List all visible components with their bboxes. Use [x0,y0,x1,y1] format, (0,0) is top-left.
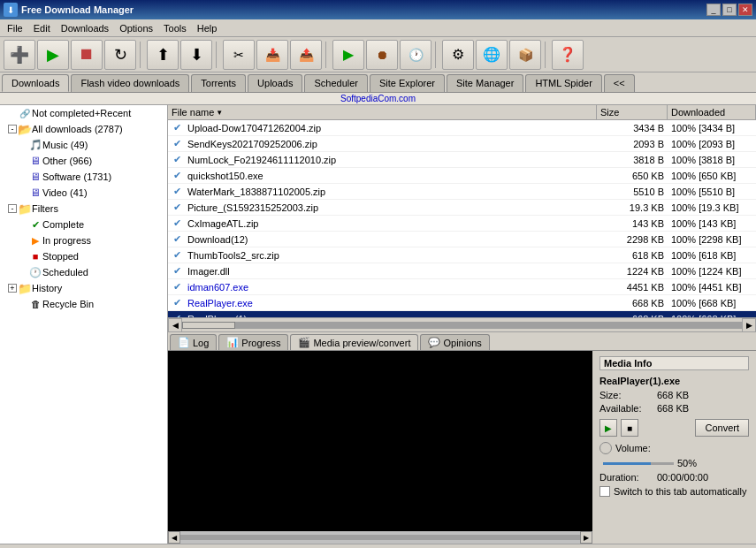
import-button[interactable]: 📥 [256,40,288,70]
menu-file[interactable]: File [2,21,28,35]
menu-options[interactable]: Options [114,21,158,35]
table-row[interactable]: ✔SendKeys2021709252006.zip2093 B100% [20… [168,136,756,152]
scroll-right-button[interactable]: ▶ [742,318,756,332]
package-button[interactable]: 📦 [509,40,541,70]
sidebar-item-stopped[interactable]: + ■ Stopped [0,248,167,264]
check-icon: ✔ [168,297,186,308]
tab-flash-video[interactable]: Flash video downloads [71,74,189,92]
menu-downloads[interactable]: Downloads [56,21,114,35]
tab-media-preview[interactable]: 🎬 Media preview/convert [290,334,418,350]
tab-more[interactable]: << [604,74,635,92]
export-button[interactable]: 📤 [290,40,322,70]
table-row[interactable]: ✔RealPlayer(1).exe668 KB100% [668 KB] [168,311,756,317]
menu-edit[interactable]: Edit [28,21,56,35]
table-row[interactable]: ✔WaterMark_1838871102005.zip5510 B100% [… [168,184,756,200]
schedule-button[interactable]: 🕐 [400,40,431,70]
menu-tools[interactable]: Tools [158,21,192,35]
opinions-tab-icon: 💬 [428,337,440,348]
expand-filters[interactable]: - [8,204,17,213]
sidebar-item-filters[interactable]: - 📁 Filters [0,201,167,217]
start-button[interactable]: ▶ [37,40,69,70]
record-button[interactable]: ⏺ [366,40,398,70]
sidebar-item-scheduled[interactable]: + 🕐 Scheduled [0,264,167,280]
menu-help[interactable]: Help [192,21,223,35]
tab-torrents[interactable]: Torrents [191,74,246,92]
table-row[interactable]: ✔RealPlayer.exe668 KB100% [668 KB] [168,295,756,311]
expand-all-downloads[interactable]: - [8,125,17,133]
refresh-button[interactable]: ↻ [104,40,136,70]
file-name: Upload-Dow170471262004.zip [186,123,597,133]
tab-uploads[interactable]: Uploads [248,74,302,92]
file-size: 668 KB [597,298,668,308]
table-row[interactable]: ✔Upload-Dow170471262004.zip3434 B100% [3… [168,120,756,136]
col-header-size[interactable]: Size [597,105,668,119]
sidebar-item-not-completed[interactable]: + 🔗 Not completed+Recent [0,105,167,121]
stop-button[interactable]: ⏹ [71,40,103,70]
move-down-button[interactable]: ⬇ [180,40,212,70]
toolbar-sep-1 [140,42,143,68]
scroll-track[interactable] [182,322,742,329]
media-size-row: Size: 668 KB [599,390,749,400]
monitor-icon-software: 🖥 [28,170,42,184]
sidebar-item-recycle-bin[interactable]: + 🗑 Recycle Bin [0,296,167,312]
media-controls: ▶ ■ Convert [599,419,749,437]
progress-tab-icon: 📊 [226,337,239,348]
play-button[interactable]: ▶ [332,40,364,70]
auto-switch-checkbox[interactable] [599,486,610,497]
minimize-button[interactable]: _ [706,4,721,16]
music-label: Music (49) [42,140,88,150]
tab-downloads[interactable]: Downloads [2,74,69,92]
volume-slider[interactable]: 50% [599,458,749,468]
table-row[interactable]: ✔Download(12)2298 KB100% [2298 KB] [168,232,756,247]
tab-site-explorer[interactable]: Site Explorer [370,74,445,92]
sidebar-item-in-progress[interactable]: + ▶ In progress [0,232,167,248]
maximize-button[interactable]: □ [722,4,737,16]
col-header-downloaded[interactable]: Downloaded [668,105,756,119]
table-row[interactable]: ✔Imager.dll1224 KB100% [1224 KB] [168,263,756,279]
media-play-button[interactable]: ▶ [599,419,617,437]
tab-site-manager[interactable]: Site Manager [447,74,523,92]
table-row[interactable]: ✔Picture_(S1592315252003.zip19.3 KB100% … [168,200,756,216]
convert-button[interactable]: Convert [695,419,749,437]
volume-track[interactable] [603,462,674,465]
add-button[interactable]: ➕ [4,40,35,70]
sidebar-item-history[interactable]: + 📁 History [0,280,167,296]
file-list-header: File name ▼ Size Downloaded [168,105,756,120]
toolbar-sep-4 [435,42,439,68]
help-button[interactable]: ❓ [552,40,584,70]
tab-progress[interactable]: 📊 Progress [218,334,288,350]
web-button[interactable]: 🌐 [476,40,508,70]
main-area: + 🔗 Not completed+Recent - 📂 All downloa… [0,105,756,544]
move-up-button[interactable]: ⬆ [147,40,179,70]
sidebar-item-video[interactable]: + 🖥 Video (41) [0,185,167,201]
scroll-thumb[interactable] [182,322,235,329]
video-track[interactable] [180,535,580,540]
tab-log[interactable]: 📄 Log [170,334,217,350]
paste-link-button[interactable]: ✂ [223,40,255,70]
table-row[interactable]: ✔ThumbTools2_src.zip618 KB100% [618 KB] [168,247,756,263]
video-scroll-left[interactable]: ◀ [168,531,180,544]
table-row[interactable]: ✔CxImageATL.zip143 KB100% [143 KB] [168,216,756,232]
settings-button[interactable]: ⚙ [442,40,474,70]
file-size: 5510 B [597,186,668,197]
scroll-left-button[interactable]: ◀ [168,318,182,332]
video-scroll-right[interactable]: ▶ [580,531,592,544]
sidebar-item-music[interactable]: + 🎵 Music (49) [0,137,167,153]
sidebar-item-software[interactable]: + 🖥 Software (1731) [0,169,167,185]
close-button[interactable]: ✕ [738,4,752,16]
table-row[interactable]: ✔quickshot150.exe650 KB100% [650 KB] [168,168,756,184]
tab-html-spider[interactable]: HTML Spider [525,74,601,92]
expand-history[interactable]: + [8,284,17,293]
media-stop-button[interactable]: ■ [621,419,638,437]
sidebar-item-other[interactable]: + 🖥 Other (966) [0,153,167,169]
file-size: 1224 KB [597,266,668,277]
tab-opinions[interactable]: 💬 Opinions [420,334,489,350]
table-row[interactable]: ✔idman607.exe4451 KB100% [4451 KB] [168,279,756,295]
table-row[interactable]: ✔NumLock_Fo21924611112010.zip3818 B100% … [168,152,756,168]
sidebar-item-complete[interactable]: + ✔ Complete [0,217,167,232]
col-header-name[interactable]: File name ▼ [168,105,597,119]
tab-scheduler[interactable]: Scheduler [304,74,368,92]
app-icon: ⬇ [4,3,18,17]
window-controls[interactable]: _ □ ✕ [706,4,752,16]
sidebar-item-all-downloads[interactable]: - 📂 All downloads (2787) [0,121,167,137]
